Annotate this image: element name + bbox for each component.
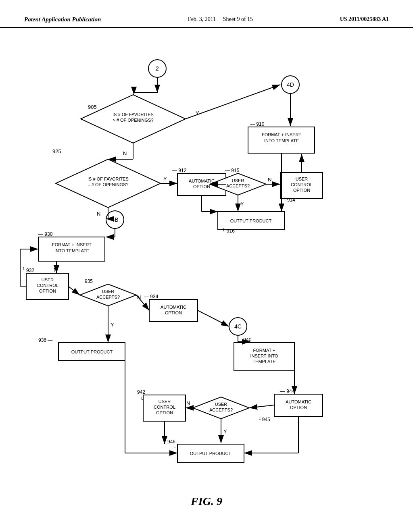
svg-text:— 934: — 934 [144, 294, 159, 299]
svg-text:N: N [137, 294, 141, 300]
svg-text:↑: ↑ [22, 265, 25, 271]
svg-text:ACCEPTS?: ACCEPTS? [209, 407, 233, 412]
svg-text:— 930: — 930 [38, 231, 53, 237]
svg-text:N: N [97, 211, 100, 217]
svg-text:AUTOMATIC: AUTOMATIC [189, 179, 215, 183]
sheet-info: Sheet 9 of 15 [223, 16, 253, 22]
svg-text:936 —: 936 — [38, 337, 52, 343]
header-center: Feb. 3, 2011 Sheet 9 of 15 [188, 16, 253, 23]
svg-text:AUTOMATIC: AUTOMATIC [286, 399, 311, 404]
svg-text:— 910: — 910 [250, 121, 265, 127]
svg-text:IS # OF FAVORITES: IS # OF FAVORITES [88, 177, 129, 181]
svg-text:USER: USER [42, 277, 54, 282]
svg-line-12 [186, 85, 280, 119]
svg-text:ACCEPTS?: ACCEPTS? [96, 295, 120, 299]
svg-text:2: 2 [156, 65, 159, 72]
publication-label: Patent Application Publication [24, 16, 101, 23]
svg-text:Y: Y [196, 110, 199, 116]
svg-text:FORMAT + INSERT: FORMAT + INSERT [262, 132, 301, 137]
svg-text:OPTION: OPTION [290, 405, 307, 410]
svg-text:OPTION: OPTION [293, 188, 310, 193]
svg-text:USER: USER [102, 289, 115, 294]
svg-text:N: N [54, 267, 57, 273]
diagram-area: 2 4D 905 IS # OF FAVORITES > # OF OPENIN… [0, 52, 413, 496]
svg-text:925: 925 [52, 148, 61, 154]
svg-line-83 [198, 310, 229, 326]
svg-text:FORMAT + INSERT: FORMAT + INSERT [52, 242, 92, 247]
publication-date: Feb. 3, 2011 [188, 16, 216, 22]
svg-text:└: └ [140, 397, 144, 402]
svg-text:Y: Y [163, 176, 167, 182]
svg-text:FORMAT +: FORMAT + [253, 348, 275, 353]
svg-text:905: 905 [88, 104, 97, 110]
svg-text:N: N [123, 150, 127, 156]
svg-text:CONTROL: CONTROL [291, 182, 313, 187]
page-header: Patent Application Publication Feb. 3, 2… [0, 0, 413, 28]
svg-text:OUTPUT PRODUCT: OUTPUT PRODUCT [190, 451, 232, 456]
svg-text:└ 945: └ 945 [257, 417, 270, 422]
svg-text:4C: 4C [234, 323, 242, 330]
page: Patent Application Publication Feb. 3, 2… [0, 0, 413, 532]
flowchart-svg: 2 4D 905 IS # OF FAVORITES > # OF OPENIN… [0, 52, 413, 496]
svg-text:OPTION: OPTION [165, 310, 182, 315]
svg-text:— 944: — 944 [280, 389, 295, 394]
svg-text:942: 942 [137, 389, 145, 395]
svg-text:ACCEPTS?: ACCEPTS? [226, 183, 250, 188]
svg-text:OPTION: OPTION [156, 410, 173, 415]
svg-text:└: └ [172, 444, 176, 450]
svg-text:INSERT INTO: INSERT INTO [250, 353, 278, 358]
svg-text:Y: Y [223, 428, 227, 434]
svg-text:└ 914: └ 914 [282, 197, 295, 203]
svg-text:OPTION: OPTION [39, 289, 56, 293]
svg-line-74 [69, 287, 80, 295]
svg-text:N: N [186, 400, 190, 406]
svg-text:N: N [268, 177, 271, 183]
svg-text:IS # OF FAVORITES: IS # OF FAVORITES [113, 112, 154, 117]
svg-text:AUTOMATIC: AUTOMATIC [161, 305, 186, 310]
svg-text:TEMPLATE: TEMPLATE [252, 359, 275, 364]
svg-text:OUTPUT PRODUCT: OUTPUT PRODUCT [230, 218, 272, 223]
svg-line-116 [249, 405, 274, 408]
svg-text:= # OF OPENINGS?: = # OF OPENINGS? [88, 182, 128, 187]
figure-label: FIG. 9 [191, 495, 222, 508]
svg-text:— 915: — 915 [225, 168, 240, 173]
patent-number: US 2011/0025883 A1 [340, 16, 389, 23]
svg-text:OPTION: OPTION [193, 184, 210, 189]
svg-text:CONTROL: CONTROL [154, 405, 175, 409]
svg-text:USER: USER [232, 178, 244, 183]
svg-text:OUTPUT PRODUCT: OUTPUT PRODUCT [71, 349, 113, 354]
svg-text:INTO TEMPLATE: INTO TEMPLATE [264, 138, 299, 143]
svg-text:— 912: — 912 [172, 168, 187, 173]
svg-text:Y: Y [240, 201, 244, 207]
svg-text:4B: 4B [111, 216, 118, 223]
svg-text:4D: 4D [287, 81, 294, 88]
svg-text:> # OF OPENINGS?: > # OF OPENINGS? [113, 118, 153, 123]
svg-text:932: 932 [26, 268, 34, 273]
svg-text:USER: USER [215, 402, 227, 407]
svg-text:Y: Y [111, 322, 114, 328]
svg-text:USER: USER [159, 399, 171, 404]
svg-text:CONTROL: CONTROL [37, 283, 58, 288]
svg-text:USER: USER [296, 177, 308, 181]
svg-text:946: 946 [167, 439, 175, 445]
svg-text:└ 916: └ 916 [222, 228, 235, 234]
svg-text:INTO TEMPLATE: INTO TEMPLATE [54, 248, 89, 253]
svg-text:935: 935 [85, 278, 93, 284]
